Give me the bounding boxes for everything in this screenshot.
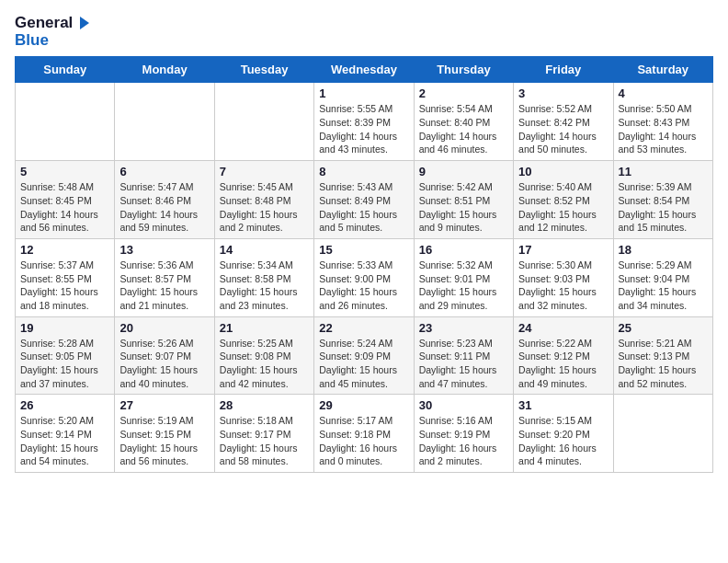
day-info: Sunrise: 5:23 AM Sunset: 9:11 PM Dayligh… — [419, 337, 508, 391]
day-info: Sunrise: 5:15 AM Sunset: 9:20 PM Dayligh… — [518, 414, 608, 468]
calendar-cell: 29Sunrise: 5:17 AM Sunset: 9:18 PM Dayli… — [314, 395, 414, 473]
calendar-cell: 5Sunrise: 5:48 AM Sunset: 8:45 PM Daylig… — [16, 161, 115, 239]
calendar-cell: 3Sunrise: 5:52 AM Sunset: 8:42 PM Daylig… — [514, 83, 613, 161]
calendar-cell: 23Sunrise: 5:23 AM Sunset: 9:11 PM Dayli… — [414, 316, 513, 395]
calendar-week-row: 19Sunrise: 5:28 AM Sunset: 9:05 PM Dayli… — [16, 316, 713, 395]
day-number: 15 — [319, 243, 408, 257]
day-number: 1 — [319, 86, 408, 100]
calendar-cell: 19Sunrise: 5:28 AM Sunset: 9:05 PM Dayli… — [16, 316, 115, 395]
day-number: 24 — [518, 321, 608, 335]
calendar-week-row: 12Sunrise: 5:37 AM Sunset: 8:55 PM Dayli… — [16, 238, 713, 316]
day-info: Sunrise: 5:39 AM Sunset: 8:54 PM Dayligh… — [619, 180, 708, 235]
day-header-sunday: Sunday — [16, 57, 115, 83]
day-number: 26 — [20, 398, 109, 412]
calendar-cell: 7Sunrise: 5:45 AM Sunset: 8:48 PM Daylig… — [214, 161, 313, 239]
day-number: 12 — [20, 243, 109, 257]
day-info: Sunrise: 5:17 AM Sunset: 9:18 PM Dayligh… — [319, 414, 408, 468]
day-number: 6 — [119, 165, 209, 178]
calendar-header-row: SundayMondayTuesdayWednesdayThursdayFrid… — [16, 57, 713, 83]
day-info: Sunrise: 5:36 AM Sunset: 8:57 PM Dayligh… — [119, 259, 209, 313]
day-info: Sunrise: 5:33 AM Sunset: 9:00 PM Dayligh… — [319, 259, 408, 313]
day-info: Sunrise: 5:30 AM Sunset: 9:03 PM Dayligh… — [518, 259, 608, 313]
day-number: 22 — [319, 321, 408, 335]
calendar-cell: 4Sunrise: 5:50 AM Sunset: 8:43 PM Daylig… — [613, 83, 712, 161]
day-number: 31 — [518, 398, 608, 412]
day-number: 28 — [220, 398, 309, 412]
day-number: 17 — [518, 243, 608, 257]
calendar-cell: 18Sunrise: 5:29 AM Sunset: 9:04 PM Dayli… — [613, 238, 712, 316]
day-info: Sunrise: 5:21 AM Sunset: 9:13 PM Dayligh… — [619, 337, 708, 391]
calendar-cell — [16, 83, 115, 161]
day-info: Sunrise: 5:24 AM Sunset: 9:09 PM Dayligh… — [319, 337, 408, 391]
logo-arrow-icon — [74, 15, 91, 31]
day-info: Sunrise: 5:29 AM Sunset: 9:04 PM Dayligh… — [619, 259, 708, 313]
day-number: 5 — [20, 165, 109, 178]
calendar-cell: 16Sunrise: 5:32 AM Sunset: 9:01 PM Dayli… — [414, 238, 513, 316]
day-info: Sunrise: 5:18 AM Sunset: 9:17 PM Dayligh… — [220, 414, 309, 468]
calendar-cell — [613, 395, 712, 473]
calendar-cell: 6Sunrise: 5:47 AM Sunset: 8:46 PM Daylig… — [115, 161, 214, 239]
calendar-cell: 21Sunrise: 5:25 AM Sunset: 9:08 PM Dayli… — [214, 316, 313, 395]
day-number: 21 — [220, 321, 309, 335]
day-number: 20 — [119, 321, 209, 335]
day-number: 14 — [220, 243, 309, 257]
day-header-friday: Friday — [514, 57, 613, 83]
day-header-wednesday: Wednesday — [314, 57, 414, 83]
day-info: Sunrise: 5:26 AM Sunset: 9:07 PM Dayligh… — [119, 337, 209, 391]
day-number: 8 — [319, 165, 408, 178]
calendar-cell — [214, 83, 313, 161]
day-number: 27 — [119, 398, 209, 412]
day-info: Sunrise: 5:34 AM Sunset: 8:58 PM Dayligh… — [220, 259, 309, 313]
day-number: 29 — [319, 398, 408, 412]
day-info: Sunrise: 5:28 AM Sunset: 9:05 PM Dayligh… — [20, 337, 109, 391]
day-number: 18 — [619, 243, 708, 257]
calendar-cell: 1Sunrise: 5:55 AM Sunset: 8:39 PM Daylig… — [314, 83, 414, 161]
logo-general-text: General — [15, 15, 73, 32]
day-header-monday: Monday — [115, 57, 214, 83]
day-info: Sunrise: 5:40 AM Sunset: 8:52 PM Dayligh… — [518, 180, 608, 235]
calendar-cell: 22Sunrise: 5:24 AM Sunset: 9:09 PM Dayli… — [314, 316, 414, 395]
calendar-cell: 2Sunrise: 5:54 AM Sunset: 8:40 PM Daylig… — [414, 83, 513, 161]
calendar-cell: 10Sunrise: 5:40 AM Sunset: 8:52 PM Dayli… — [514, 161, 613, 239]
calendar-cell: 9Sunrise: 5:42 AM Sunset: 8:51 PM Daylig… — [414, 161, 513, 239]
day-info: Sunrise: 5:48 AM Sunset: 8:45 PM Dayligh… — [20, 180, 109, 235]
day-number: 4 — [619, 86, 708, 100]
day-number: 16 — [419, 243, 508, 257]
day-header-tuesday: Tuesday — [214, 57, 313, 83]
calendar-cell: 17Sunrise: 5:30 AM Sunset: 9:03 PM Dayli… — [514, 238, 613, 316]
day-info: Sunrise: 5:22 AM Sunset: 9:12 PM Dayligh… — [518, 337, 608, 391]
day-number: 19 — [20, 321, 109, 335]
day-number: 25 — [619, 321, 708, 335]
calendar-week-row: 26Sunrise: 5:20 AM Sunset: 9:14 PM Dayli… — [16, 395, 713, 473]
calendar-week-row: 1Sunrise: 5:55 AM Sunset: 8:39 PM Daylig… — [16, 83, 713, 161]
day-number: 3 — [518, 86, 608, 100]
day-info: Sunrise: 5:43 AM Sunset: 8:49 PM Dayligh… — [319, 180, 408, 235]
day-info: Sunrise: 5:50 AM Sunset: 8:43 PM Dayligh… — [619, 102, 708, 156]
day-number: 9 — [419, 165, 508, 178]
page-header: General Blue — [15, 15, 713, 49]
day-info: Sunrise: 5:47 AM Sunset: 8:46 PM Dayligh… — [119, 180, 209, 235]
day-number: 23 — [419, 321, 508, 335]
calendar-cell — [115, 83, 214, 161]
day-info: Sunrise: 5:42 AM Sunset: 8:51 PM Dayligh… — [419, 180, 508, 235]
calendar-cell: 11Sunrise: 5:39 AM Sunset: 8:54 PM Dayli… — [613, 161, 712, 239]
calendar-table: SundayMondayTuesdayWednesdayThursdayFrid… — [15, 56, 713, 473]
svg-marker-0 — [80, 17, 89, 29]
logo: General Blue — [15, 15, 91, 49]
day-number: 11 — [619, 165, 708, 178]
calendar-cell: 27Sunrise: 5:19 AM Sunset: 9:15 PM Dayli… — [115, 395, 214, 473]
day-number: 10 — [518, 165, 608, 178]
day-number: 2 — [419, 86, 508, 100]
day-info: Sunrise: 5:37 AM Sunset: 8:55 PM Dayligh… — [20, 259, 109, 313]
day-number: 13 — [119, 243, 209, 257]
day-info: Sunrise: 5:25 AM Sunset: 9:08 PM Dayligh… — [220, 337, 309, 391]
calendar-cell: 12Sunrise: 5:37 AM Sunset: 8:55 PM Dayli… — [16, 238, 115, 316]
calendar-cell: 24Sunrise: 5:22 AM Sunset: 9:12 PM Dayli… — [514, 316, 613, 395]
day-info: Sunrise: 5:20 AM Sunset: 9:14 PM Dayligh… — [20, 414, 109, 468]
day-number: 30 — [419, 398, 508, 412]
day-info: Sunrise: 5:55 AM Sunset: 8:39 PM Dayligh… — [319, 102, 408, 156]
day-info: Sunrise: 5:16 AM Sunset: 9:19 PM Dayligh… — [419, 414, 508, 468]
calendar-cell: 30Sunrise: 5:16 AM Sunset: 9:19 PM Dayli… — [414, 395, 513, 473]
day-info: Sunrise: 5:32 AM Sunset: 9:01 PM Dayligh… — [419, 259, 508, 313]
day-info: Sunrise: 5:19 AM Sunset: 9:15 PM Dayligh… — [119, 414, 209, 468]
